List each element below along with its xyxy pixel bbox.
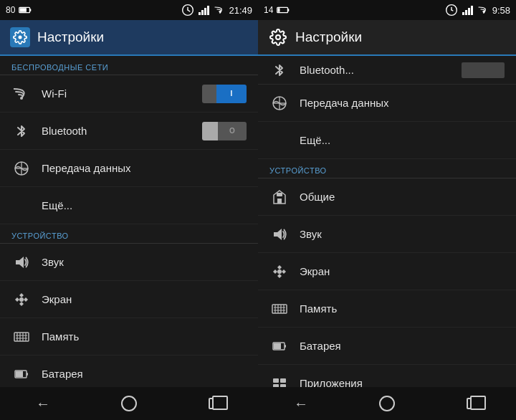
battery-level-right: 14 [264,5,273,15]
svg-rect-61 [280,384,286,388]
toolbar-title-left: Настройки [37,29,104,45]
home-button-left[interactable] [111,391,147,416]
svg-rect-58 [273,378,279,383]
battery-icon-left [18,2,34,18]
bluetooth-toggle[interactable]: O [202,122,247,140]
wifi-status-icon-left [214,5,226,15]
svg-marker-46 [274,229,282,240]
menu-item-data-left[interactable]: Передача данных [0,150,258,187]
nav-bar-left: ← [0,387,258,420]
partial-bluetooth-row[interactable]: Bluetooth... [258,56,516,85]
svg-rect-1 [20,8,27,12]
back-button-right[interactable]: ← [283,391,319,416]
svg-rect-45 [277,193,282,196]
screen-icon-right [269,262,290,282]
time-left: 21:49 [229,5,252,16]
memory-icon-left [11,327,32,347]
memory-label-left: Память [42,330,247,343]
wifi-toggle-off-part [202,85,216,103]
wifi-toggle[interactable]: I [202,85,247,103]
battery-menu-icon-left [11,364,32,384]
home-button-right[interactable] [369,391,405,416]
recent-icon-right [467,398,479,409]
right-scroll-area[interactable]: Bluetooth... Передача данных Ещё... УСТР… [258,56,516,387]
menu-item-battery-left[interactable]: Батарея [0,355,258,387]
recent-button-left[interactable] [197,391,233,416]
toolbar-left: Настройки [0,20,258,56]
menu-item-more-right[interactable]: Ещё... [258,122,516,159]
sound-label-left: Звук [42,256,247,268]
battery-icon-right [276,2,292,18]
battery-label-right: Батарея [300,340,505,352]
clock-icon-right [444,2,459,18]
sound-icon-right [269,224,290,244]
svg-rect-31 [278,8,280,12]
section-header-device-left: УСТРОЙСТВО [0,224,258,243]
svg-rect-7 [201,10,204,15]
menu-item-memory-left[interactable]: Память [0,318,258,355]
menu-item-screen-right[interactable]: Экран [258,253,516,290]
nav-bar-right: ← [258,387,516,420]
svg-rect-9 [207,6,209,15]
svg-rect-16 [14,333,29,341]
svg-line-35 [452,10,453,11]
menu-item-apps-right[interactable]: Приложения [258,365,516,387]
home-icon-right [379,396,395,411]
screen-label-left: Экран [42,293,247,305]
svg-rect-36 [462,12,464,15]
sound-icon-left [11,252,32,272]
svg-point-40 [276,35,280,39]
section-header-wireless-left: БЕСПРОВОДНЫЕ СЕТИ [0,56,258,75]
menu-item-screen-left[interactable]: Экран [0,281,258,318]
bluetooth-icon-right [269,60,290,80]
menu-item-more-left[interactable]: Ещё... [0,187,258,224]
status-bar-left: 80 [0,0,258,20]
back-icon-left: ← [36,396,50,412]
svg-rect-56 [274,343,281,349]
settings-icon-right [268,27,288,47]
svg-rect-32 [288,9,290,11]
bt-toggle-off-label: O [218,122,247,140]
svg-line-5 [188,10,190,11]
general-label-right: Общие [300,191,505,203]
menu-item-battery-right[interactable]: Батарея [258,328,516,365]
menu-item-data-right[interactable]: Передача данных [258,85,516,122]
svg-rect-24 [16,371,23,377]
general-icon-right [269,187,290,207]
left-scroll-area[interactable]: БЕСПРОВОДНЫЕ СЕТИ Wi-Fi I [0,56,258,387]
memory-icon-right [269,299,290,319]
signal-icon-right [462,5,475,15]
recent-button-right[interactable] [455,391,491,416]
svg-rect-60 [273,384,279,388]
svg-rect-6 [199,12,201,15]
svg-rect-44 [277,199,282,204]
right-panel: 14 9:58 [258,0,516,420]
battery-menu-icon-right [269,336,290,356]
wifi-label: Wi-Fi [42,87,192,100]
menu-item-general-right[interactable]: Общие [258,178,516,216]
signal-icon-left [199,5,211,15]
section-header-device-right: УСТРОЙСТВО [258,159,516,178]
battery-label-left: Батарея [42,368,247,380]
svg-rect-8 [204,8,206,15]
menu-item-memory-right[interactable]: Память [258,290,516,328]
status-bar-right: 14 9:58 [258,0,516,20]
wifi-icon [11,84,32,104]
status-left-right: 14 [264,2,292,18]
sound-label-right: Звук [300,228,505,240]
bluetooth-toggle-right[interactable] [462,62,505,78]
screen-icon-left [11,290,32,310]
data-icon-right [269,93,290,113]
menu-item-sound-left[interactable]: Звук [0,244,258,281]
apps-label-right: Приложения [300,377,505,387]
more-icon-left [11,196,32,216]
menu-item-bluetooth[interactable]: Bluetooth O [0,113,258,150]
battery-level-left: 80 [6,5,15,15]
svg-rect-37 [465,10,467,15]
bt-toggle-knob [202,122,218,140]
menu-item-wifi[interactable]: Wi-Fi I [0,75,258,113]
toolbar-title-right: Настройки [295,29,362,45]
back-button-left[interactable]: ← [25,391,61,416]
menu-item-sound-right[interactable]: Звук [258,216,516,253]
apps-icon-right [269,373,290,388]
